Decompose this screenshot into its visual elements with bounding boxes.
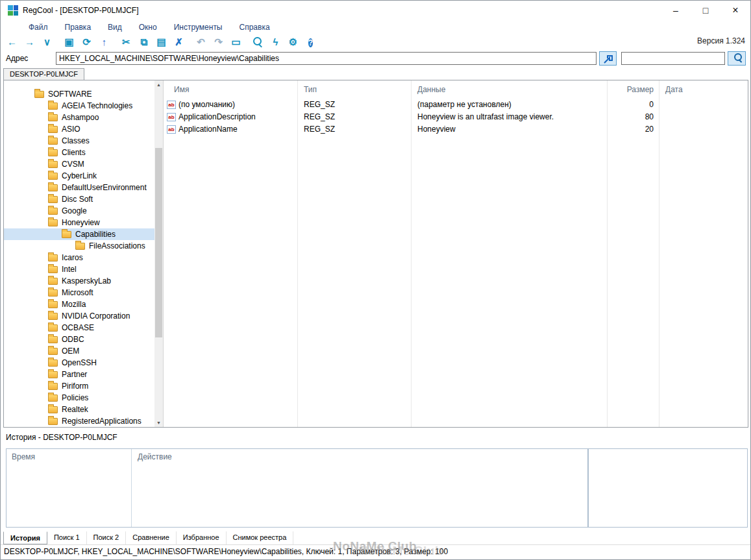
tree-item-registeredapplications[interactable]: RegisteredApplications bbox=[4, 415, 154, 427]
registry-value-row-applicationname[interactable]: abApplicationNameREG_SZHoneyview20 bbox=[164, 123, 748, 136]
copy-icon[interactable]: ⧉ bbox=[135, 34, 153, 50]
bottom-tab-registry-snapshot[interactable]: Снимок реестра bbox=[227, 531, 294, 544]
tree-item-software[interactable]: SOFTWARE bbox=[4, 88, 154, 100]
folder-icon bbox=[62, 231, 71, 238]
tree-item-honeyview[interactable]: Honeyview bbox=[4, 217, 154, 228]
tree-item-disc-soft[interactable]: Disc Soft bbox=[4, 193, 154, 205]
tree-item-icaros[interactable]: Icaros bbox=[4, 252, 154, 263]
column-header-name[interactable]: Имя bbox=[174, 80, 189, 99]
menu-edit[interactable]: Правка bbox=[56, 21, 100, 34]
tree-item-asio[interactable]: ASIO bbox=[4, 123, 154, 135]
tree-scrollbar[interactable]: ▲ ▼ bbox=[154, 80, 163, 427]
folder-icon bbox=[48, 278, 58, 285]
registry-value-row-item[interactable]: ab(по умолчанию)REG_SZ(параметр не устан… bbox=[164, 99, 748, 111]
column-header-type[interactable]: Тип bbox=[304, 80, 317, 99]
column-header-data[interactable]: Данные bbox=[417, 80, 445, 99]
tree-item-capabilities[interactable]: Capabilities bbox=[4, 228, 154, 240]
help-icon[interactable]: ? bbox=[302, 34, 319, 50]
tree-item-odbc[interactable]: ODBC bbox=[4, 334, 154, 345]
tree-item-piriform[interactable]: Piriform bbox=[4, 380, 154, 392]
menu-file[interactable]: Файл bbox=[20, 21, 56, 34]
delete-icon[interactable]: ✗ bbox=[170, 34, 188, 50]
tree-item-cyberlink[interactable]: CyberLink bbox=[4, 170, 154, 182]
value-data: (параметр не установлен) bbox=[417, 100, 511, 109]
registry-value-row-applicationdescription[interactable]: abApplicationDescriptionREG_SZHoneyview … bbox=[164, 111, 748, 123]
up-icon[interactable]: ↑ bbox=[95, 34, 113, 50]
tree-item-clients[interactable]: Clients bbox=[4, 147, 154, 158]
folder-icon bbox=[75, 243, 85, 250]
folder-icon bbox=[48, 114, 58, 121]
cut-icon[interactable]: ✂ bbox=[117, 34, 135, 50]
tree-item-label: Microsoft bbox=[62, 288, 93, 297]
address-input[interactable] bbox=[56, 52, 597, 65]
tree-item-nvidia-corporation[interactable]: NVIDIA Corporation bbox=[4, 310, 154, 322]
tree-item-mozilla[interactable]: Mozilla bbox=[4, 298, 154, 310]
settings-icon[interactable]: ⚙ bbox=[284, 34, 302, 50]
bottom-tab-favorites[interactable]: Избранное bbox=[177, 531, 227, 544]
column-header-date[interactable]: Дата bbox=[665, 80, 683, 99]
search-button[interactable] bbox=[728, 51, 746, 66]
folder-icon bbox=[48, 383, 58, 390]
bottom-tabs: ИсторияПоиск 1Поиск 2СравнениеИзбранноеС… bbox=[3, 531, 293, 544]
scroll-up-icon[interactable]: ▲ bbox=[154, 80, 163, 89]
computer-icon[interactable]: ▣ bbox=[60, 34, 78, 50]
tree-item-partner[interactable]: Partner bbox=[4, 369, 154, 380]
refresh-icon[interactable]: ⟳ bbox=[78, 34, 95, 50]
menu-help[interactable]: Справка bbox=[231, 21, 278, 34]
tree-item-intel[interactable]: Intel bbox=[4, 263, 154, 275]
tree-item-oem[interactable]: OEM bbox=[4, 345, 154, 357]
undo-icon[interactable]: ↶ bbox=[192, 34, 210, 50]
tree-item-label: Mozilla bbox=[62, 300, 86, 309]
bottom-tab-compare[interactable]: Сравнение bbox=[126, 531, 177, 544]
scroll-down-icon[interactable]: ▼ bbox=[154, 419, 163, 427]
rename-icon[interactable]: ▭ bbox=[227, 34, 245, 50]
redo-icon[interactable]: ↷ bbox=[210, 34, 227, 50]
tree-item-classes[interactable]: Classes bbox=[4, 135, 154, 147]
bottom-tab-search-1[interactable]: Поиск 1 bbox=[47, 531, 87, 544]
menu-tools[interactable]: Инструменты bbox=[166, 21, 231, 34]
back-icon[interactable]: ← bbox=[3, 34, 21, 50]
quick-search-input[interactable] bbox=[621, 52, 725, 65]
flash-icon[interactable]: ϟ bbox=[267, 34, 284, 50]
tree-item-policies[interactable]: Policies bbox=[4, 392, 154, 404]
paste-icon[interactable]: ▤ bbox=[153, 34, 170, 50]
tree-item-ageia-technologies[interactable]: AGEIA Technologies bbox=[4, 100, 154, 112]
value-type: REG_SZ bbox=[304, 112, 335, 121]
tree-item-openssh[interactable]: OpenSSH bbox=[4, 357, 154, 369]
server-tab[interactable]: DESKTOP-P0LMJCF bbox=[3, 68, 84, 80]
tree-item-defaultuserenvironment[interactable]: DefaultUserEnvironment bbox=[4, 182, 154, 193]
folder-icon bbox=[48, 324, 58, 332]
tree-item-fileassociations[interactable]: FileAssociations bbox=[4, 240, 154, 252]
tree-item-ashampoo[interactable]: Ashampoo bbox=[4, 112, 154, 123]
string-value-icon: ab bbox=[167, 113, 176, 121]
tree-item-kasperskylab[interactable]: KasperskyLab bbox=[4, 275, 154, 287]
minimize-button[interactable]: – bbox=[661, 1, 691, 20]
go-button[interactable] bbox=[599, 51, 617, 66]
folder-icon bbox=[34, 91, 44, 98]
close-button[interactable]: × bbox=[720, 1, 750, 20]
regcool-window: { "window": { "title": "RegCool - [DESKT… bbox=[0, 0, 751, 560]
column-header-size[interactable]: Размер bbox=[607, 80, 654, 99]
folder-icon bbox=[48, 149, 58, 156]
tree-item-microsoft[interactable]: Microsoft bbox=[4, 287, 154, 298]
history-column-time[interactable]: Время bbox=[12, 452, 35, 461]
bottom-tab-search-2[interactable]: Поиск 2 bbox=[87, 531, 127, 544]
bottom-tab-history[interactable]: История bbox=[3, 531, 47, 544]
history-column-action[interactable]: Действие bbox=[138, 452, 172, 461]
menu-bar: ФайлПравкаВидОкноИнструментыСправка bbox=[20, 21, 278, 34]
forward-icon[interactable]: → bbox=[21, 34, 38, 50]
tree-item-ocbase[interactable]: OCBASE bbox=[4, 322, 154, 334]
tree-item-label: Disc Soft bbox=[62, 195, 93, 204]
value-name: ApplicationDescription bbox=[179, 112, 256, 121]
menu-view[interactable]: Вид bbox=[99, 21, 130, 34]
folder-icon bbox=[48, 103, 58, 110]
maximize-button[interactable]: □ bbox=[691, 1, 720, 20]
scrollbar-thumb[interactable] bbox=[155, 148, 162, 337]
search-icon[interactable] bbox=[249, 34, 267, 50]
tree-item-cvsm[interactable]: CVSM bbox=[4, 158, 154, 170]
tree-item-google[interactable]: Google bbox=[4, 205, 154, 217]
tree-item-realtek[interactable]: Realtek bbox=[4, 404, 154, 415]
string-value-icon: ab bbox=[167, 101, 176, 109]
nav-dropdown-icon[interactable]: ∨ bbox=[38, 34, 56, 50]
menu-window[interactable]: Окно bbox=[130, 21, 166, 34]
